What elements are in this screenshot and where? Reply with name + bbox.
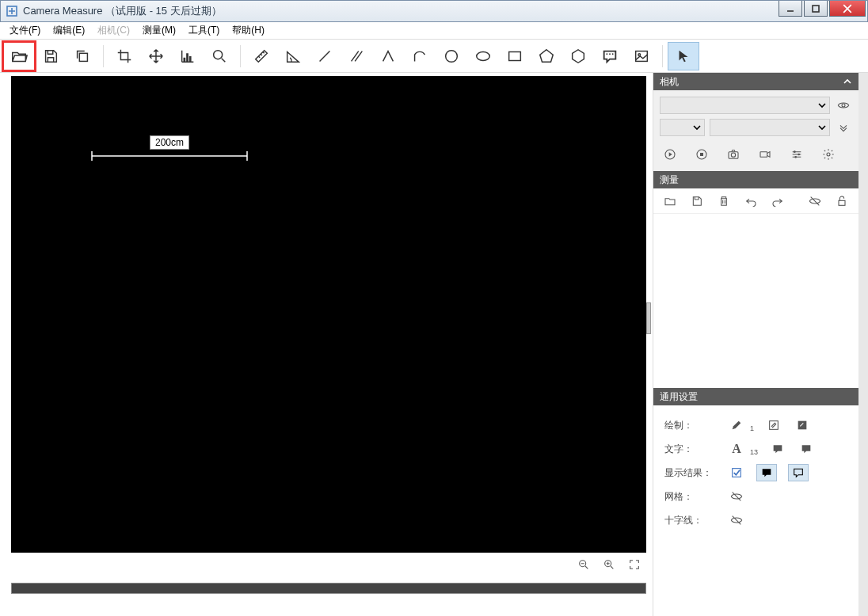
text-bubble-button[interactable] <box>769 440 786 458</box>
svg-point-18 <box>794 150 796 153</box>
font-button[interactable]: A <box>728 440 745 458</box>
parallel-lines-button[interactable] <box>341 42 372 70</box>
separator <box>662 45 663 67</box>
main-area: 200cm 相机 <box>0 73 868 616</box>
separator <box>103 45 104 67</box>
zoom-button[interactable] <box>204 42 235 70</box>
camera-select[interactable] <box>660 97 830 114</box>
svg-rect-17 <box>760 152 767 158</box>
separator <box>240 45 241 67</box>
snapshot-button[interactable] <box>725 146 742 163</box>
measure-list[interactable] <box>653 214 858 388</box>
measure-save-button[interactable] <box>688 192 706 210</box>
angle-button[interactable] <box>277 42 309 70</box>
visibility-button[interactable] <box>835 97 852 114</box>
record-button[interactable] <box>756 146 774 163</box>
svg-rect-24 <box>798 421 807 430</box>
crosshair-toggle-button[interactable] <box>728 511 745 529</box>
zoom-in-button[interactable] <box>600 556 618 573</box>
canvas-zoom-controls <box>575 556 643 573</box>
chevron-up-icon <box>843 77 852 86</box>
show-result-checkbox[interactable] <box>728 464 745 481</box>
pentagon-button[interactable] <box>531 42 562 70</box>
image-button[interactable] <box>626 42 657 70</box>
move-button[interactable] <box>140 42 172 70</box>
sidebar-scrollbar[interactable] <box>858 73 868 616</box>
circle-button[interactable] <box>436 42 467 70</box>
svg-point-4 <box>446 50 458 62</box>
grid-toggle-button[interactable] <box>728 488 745 505</box>
text-label: 文字： <box>664 443 728 456</box>
settings-panel-header[interactable]: 通用设置 <box>653 388 858 405</box>
expand-down-button[interactable] <box>835 119 852 136</box>
measurement-line-icon <box>90 150 249 162</box>
measurement-annotation[interactable]: 200cm <box>90 135 249 162</box>
sidebar-collapse-handle[interactable] <box>646 302 651 334</box>
close-button[interactable] <box>829 1 866 17</box>
measure-undo-button[interactable] <box>742 192 760 210</box>
crop-button[interactable] <box>108 42 140 70</box>
maximize-button[interactable] <box>804 1 828 17</box>
window-title: Camera Measure （试用版 - 15 天后过期） <box>23 4 222 18</box>
camera-panel-header[interactable]: 相机 <box>653 73 858 90</box>
ruler-button[interactable] <box>246 42 277 70</box>
menu-edit[interactable]: 编辑(E) <box>47 22 91 39</box>
measure-open-button[interactable] <box>661 192 679 210</box>
settings-button[interactable] <box>820 146 837 163</box>
canvas-area: 200cm <box>0 73 653 616</box>
svg-rect-6 <box>509 51 521 60</box>
copy-button[interactable] <box>67 42 98 70</box>
menu-camera[interactable]: 相机(C) <box>91 22 136 39</box>
draw-contrast-button[interactable] <box>794 416 811 434</box>
zoom-out-button[interactable] <box>575 556 592 573</box>
camera-mode-select[interactable] <box>660 119 705 136</box>
line-button[interactable] <box>309 42 341 70</box>
measure-panel-title: 测量 <box>660 173 679 187</box>
polygon-button[interactable] <box>562 42 594 70</box>
menu-tools[interactable]: 工具(T) <box>182 22 226 39</box>
measure-panel-header[interactable]: 测量 <box>653 171 858 188</box>
rectangle-button[interactable] <box>499 42 531 70</box>
measurement-label: 200cm <box>150 135 189 150</box>
comment-button[interactable] <box>594 42 626 70</box>
canvas[interactable]: 200cm <box>11 76 646 553</box>
draw-edit-button[interactable] <box>765 416 782 434</box>
measure-redo-button[interactable] <box>769 192 786 210</box>
camera-resolution-select[interactable] <box>710 119 830 136</box>
measure-delete-button[interactable] <box>715 192 733 210</box>
result-bubble-outline-button[interactable] <box>788 464 809 481</box>
play-button[interactable] <box>661 146 679 163</box>
save-button[interactable] <box>35 42 67 70</box>
stop-button[interactable] <box>693 146 710 163</box>
arc-button[interactable] <box>404 42 436 70</box>
svg-rect-2 <box>79 53 87 61</box>
grid-label: 网格： <box>664 490 728 504</box>
pointer-button[interactable] <box>668 42 699 70</box>
text-bubble-outline-button[interactable] <box>798 440 815 458</box>
svg-rect-1 <box>813 6 819 12</box>
measure-unlock-button[interactable] <box>833 192 851 210</box>
ellipse-button[interactable] <box>467 42 499 70</box>
show-result-label: 显示结果： <box>664 466 728 480</box>
settings-panel-body: 绘制： 1 文字： A13 显示结果： <box>653 405 858 616</box>
result-bubble-filled-button[interactable] <box>756 464 777 481</box>
horizontal-scrollbar[interactable] <box>11 583 646 594</box>
draw-pen-button[interactable] <box>728 416 745 434</box>
menu-measure[interactable]: 测量(M) <box>136 22 182 39</box>
histogram-button[interactable] <box>172 42 204 70</box>
minimize-button[interactable] <box>779 1 802 17</box>
polyline-button[interactable] <box>372 42 404 70</box>
svg-rect-25 <box>733 469 741 477</box>
svg-point-11 <box>842 104 845 107</box>
open-file-button[interactable] <box>3 42 35 70</box>
measure-hide-button[interactable] <box>806 192 824 210</box>
menu-help[interactable]: 帮助(H) <box>226 22 271 39</box>
main-toolbar <box>0 40 868 73</box>
svg-point-21 <box>827 153 830 156</box>
adjust-button[interactable] <box>788 146 805 163</box>
titlebar: Camera Measure （试用版 - 15 天后过期） <box>0 0 868 22</box>
camera-panel-body <box>653 90 858 171</box>
fullscreen-button[interactable] <box>626 556 643 573</box>
window-controls <box>779 1 866 17</box>
menu-file[interactable]: 文件(F) <box>3 22 47 39</box>
